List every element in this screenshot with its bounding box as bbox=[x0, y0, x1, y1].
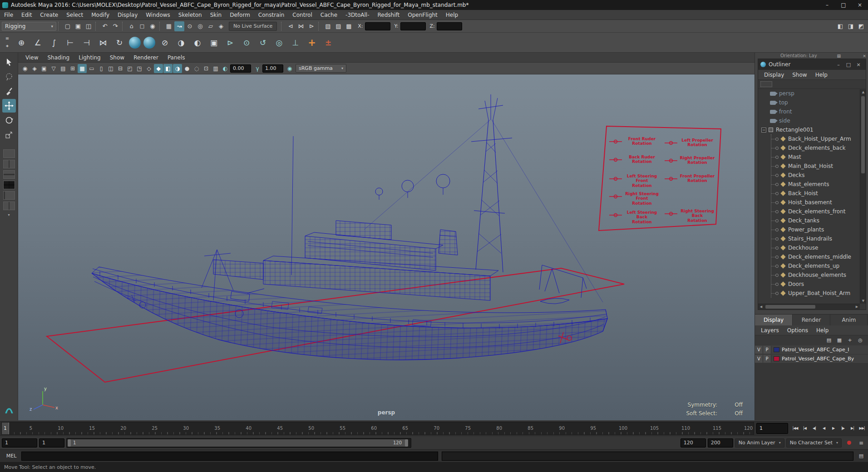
lock-camera-icon[interactable]: ◈ bbox=[30, 64, 39, 73]
interactive-bind-icon[interactable] bbox=[143, 37, 155, 49]
layer-color-swatch[interactable] bbox=[774, 347, 779, 352]
undo-icon[interactable]: ↶ bbox=[100, 21, 110, 31]
outliner-item-root[interactable]: − Rectangle001 bbox=[758, 125, 866, 134]
aim-constraint-icon[interactable]: ◎ bbox=[271, 35, 287, 50]
pan-zoom-icon[interactable]: ⊞ bbox=[68, 64, 77, 73]
picker-label[interactable]: Right Steering Back Rotation bbox=[677, 209, 717, 223]
scrollbar-track[interactable] bbox=[764, 304, 854, 310]
orient-constraint-icon[interactable]: ↺ bbox=[255, 35, 271, 50]
xray-icon[interactable]: ▥ bbox=[211, 64, 220, 73]
select-by-hierarchy-icon[interactable]: ⌂ bbox=[127, 21, 137, 31]
screen-space-ao-icon[interactable]: ◌ bbox=[192, 64, 201, 73]
panel-menu-item[interactable]: Lighting bbox=[74, 54, 105, 61]
toggle-channel-box-icon[interactable]: ◩ bbox=[856, 21, 866, 31]
layer-editor-menu-item[interactable]: Options bbox=[783, 327, 812, 334]
menu-item[interactable]: Help bbox=[442, 10, 462, 20]
menu-item[interactable]: Display bbox=[113, 10, 142, 20]
outliner-menu-item[interactable]: Help bbox=[811, 72, 832, 78]
create-empty-layer-icon[interactable]: ▤ bbox=[825, 337, 833, 344]
rotate-tool[interactable] bbox=[2, 113, 16, 127]
outliner-item-camera[interactable]: front bbox=[758, 107, 866, 116]
z-coordinate-input[interactable] bbox=[437, 22, 462, 30]
x-coordinate-input[interactable] bbox=[365, 22, 390, 30]
copy-skin-weights-icon[interactable]: ▣ bbox=[206, 35, 222, 50]
outliner-item[interactable]: Hoist_basement bbox=[771, 198, 866, 207]
colorspace-dropdown[interactable]: sRGB gamma ▾ bbox=[296, 64, 346, 73]
four-pane-layout-button[interactable] bbox=[3, 181, 15, 189]
parent-constraint-icon[interactable]: ⊳ bbox=[222, 35, 238, 50]
playback-start-field[interactable]: 1 bbox=[2, 438, 37, 447]
scroll-right-icon[interactable]: ▶ bbox=[854, 304, 860, 310]
menu-item[interactable]: Redshift bbox=[374, 10, 404, 20]
script-editor-icon[interactable]: ▤ bbox=[856, 452, 867, 461]
menu-item[interactable]: Edit bbox=[17, 10, 36, 20]
pole-vector-constraint-icon[interactable]: ⊥ bbox=[288, 35, 303, 50]
current-frame-field[interactable]: 1 bbox=[756, 423, 788, 434]
picker-label[interactable]: Right Steering Front Rotation bbox=[622, 192, 662, 206]
playback-range-inner[interactable]: 1 120 bbox=[68, 439, 408, 447]
menu-item[interactable]: -3DtoAll- bbox=[341, 10, 373, 20]
outliner-close-button[interactable]: × bbox=[853, 62, 863, 68]
outliner-filter-box[interactable] bbox=[760, 81, 772, 87]
detach-skin-icon[interactable]: ⊘ bbox=[157, 35, 173, 50]
outliner-menu-item[interactable]: Show bbox=[788, 72, 811, 78]
range-end-handle[interactable] bbox=[405, 439, 408, 447]
outliner-item-camera[interactable]: side bbox=[758, 116, 866, 125]
outliner-item[interactable]: Power_plants bbox=[771, 225, 866, 234]
outliner-item[interactable]: Mast bbox=[771, 152, 866, 162]
layout-more-icon[interactable]: ▾ bbox=[8, 213, 10, 217]
outliner-item[interactable]: Back_Hoist bbox=[771, 189, 866, 198]
smooth-bind-icon[interactable] bbox=[129, 37, 141, 49]
scroll-left-icon[interactable]: ◀ bbox=[758, 304, 764, 310]
outliner-vertical-scrollbar[interactable]: ▲ ▼ bbox=[860, 89, 866, 304]
outliner-persp-layout-button[interactable] bbox=[3, 191, 15, 200]
character-set-dropdown[interactable]: No Character Set ▾ bbox=[786, 438, 842, 447]
panel-close-icon[interactable]: × bbox=[861, 54, 868, 58]
current-frame-marker[interactable]: 1 bbox=[2, 423, 9, 434]
make-live-icon[interactable]: ◈ bbox=[216, 21, 226, 31]
panel-menu-item[interactable]: Show bbox=[105, 54, 129, 61]
save-scene-icon[interactable]: ◫ bbox=[84, 21, 94, 31]
menu-item[interactable]: OpenFlight bbox=[404, 10, 442, 20]
range-start-handle[interactable] bbox=[68, 439, 71, 447]
outliner-item[interactable]: Mast_elements bbox=[771, 180, 866, 189]
gamma-icon[interactable]: γ bbox=[253, 64, 262, 73]
picker-label[interactable]: Left Steering Back Rotation bbox=[622, 210, 662, 224]
outliner-item[interactable]: Doors bbox=[771, 280, 866, 289]
lasso-select-tool[interactable] bbox=[2, 70, 16, 84]
maximize-button[interactable]: □ bbox=[835, 0, 852, 10]
toggle-attribute-editor-icon[interactable]: ◧ bbox=[835, 21, 845, 31]
snap-to-point-icon[interactable]: ⊙ bbox=[185, 21, 195, 31]
animation-end-field[interactable]: 120 bbox=[681, 438, 706, 447]
layer-visibility-toggle[interactable]: V bbox=[755, 355, 763, 363]
exposure-field[interactable]: 0.00 bbox=[230, 64, 251, 73]
outliner-item[interactable]: Deck_elements_back bbox=[771, 143, 866, 152]
animation-preferences-icon[interactable]: ≡ bbox=[856, 438, 866, 447]
image-plane-icon[interactable]: ▤ bbox=[59, 64, 68, 73]
step-back-key-button[interactable]: |◀ bbox=[800, 423, 809, 434]
input-operations-icon[interactable]: ⊲ bbox=[286, 21, 296, 31]
picker-label[interactable]: Back Ruder Rotation bbox=[622, 155, 662, 164]
go-to-start-button[interactable]: |◀◀ bbox=[790, 423, 800, 434]
picker-label[interactable]: Right Propeller Rotation bbox=[677, 156, 717, 165]
resolution-gate-icon[interactable]: ▯ bbox=[97, 64, 106, 73]
collapse-expander-icon[interactable]: − bbox=[761, 128, 766, 133]
set-driven-key-icon[interactable]: ± bbox=[321, 35, 336, 50]
command-result-field[interactable] bbox=[442, 452, 854, 461]
outliner-item[interactable]: Stairs_Handrails bbox=[771, 234, 866, 243]
outliner-item[interactable]: Upper_Boat_Hoist_Arm bbox=[771, 289, 866, 298]
mirror-skin-weights-icon[interactable]: ◐ bbox=[190, 35, 205, 50]
outliner-maximize-button[interactable]: □ bbox=[843, 62, 853, 68]
shaded-mode-icon[interactable]: ◆ bbox=[154, 64, 163, 73]
select-by-component-icon[interactable]: ◉ bbox=[148, 21, 158, 31]
viewport-3d-scene[interactable] bbox=[18, 74, 755, 420]
play-backwards-button[interactable]: ◀ bbox=[819, 423, 829, 434]
redo-icon[interactable]: ↷ bbox=[110, 21, 120, 31]
animation-start-field[interactable]: 1 bbox=[39, 438, 64, 447]
lighting-icon[interactable]: ◑ bbox=[173, 64, 182, 73]
command-language-toggle[interactable]: MEL bbox=[1, 453, 21, 459]
patrol-vessel-wireframe[interactable] bbox=[92, 94, 607, 360]
ipr-render-icon[interactable]: ▨ bbox=[333, 21, 343, 31]
picker-label[interactable]: Front Propeller Rotation bbox=[677, 174, 717, 183]
outliner-horizontal-scrollbar[interactable]: ◀ ▶ bbox=[758, 304, 860, 310]
